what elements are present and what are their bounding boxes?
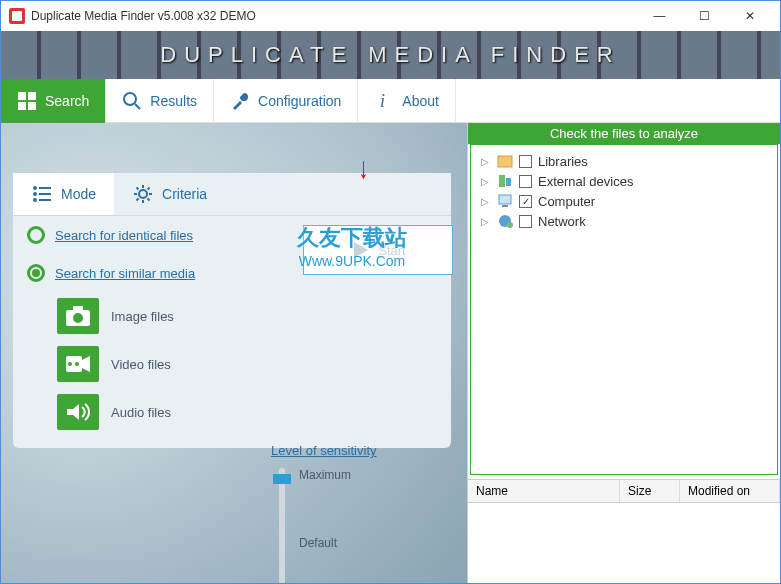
svg-point-6 bbox=[124, 93, 136, 105]
svg-point-22 bbox=[75, 362, 79, 366]
tab-configuration-label: Configuration bbox=[258, 93, 341, 109]
red-arrow-annotation: ↓ bbox=[358, 151, 369, 185]
right-header: Check the files to analyze bbox=[468, 123, 780, 144]
tab-about[interactable]: i About bbox=[358, 79, 456, 123]
tab-about-label: About bbox=[402, 93, 439, 109]
checkbox-network[interactable] bbox=[519, 215, 532, 228]
caret-icon[interactable]: ▷ bbox=[481, 216, 491, 227]
checkbox-external[interactable] bbox=[519, 175, 532, 188]
svg-rect-10 bbox=[39, 187, 51, 189]
svg-point-11 bbox=[33, 192, 37, 196]
tree-label-network: Network bbox=[538, 214, 586, 229]
svg-text:i: i bbox=[380, 91, 385, 111]
svg-rect-4 bbox=[18, 102, 26, 110]
svg-rect-27 bbox=[506, 178, 511, 186]
sensitivity-title: Level of sensitivity bbox=[271, 443, 421, 458]
tree-item-computer[interactable]: ▷ ✓ Computer bbox=[481, 191, 767, 211]
maximize-button[interactable]: ☐ bbox=[682, 2, 727, 30]
location-tree[interactable]: ▷ Libraries ▷ External devices ▷ ✓ Compu… bbox=[470, 144, 778, 475]
titlebar: Duplicate Media Finder v5.008 x32 DEMO —… bbox=[1, 1, 780, 31]
media-video-label: Video files bbox=[111, 357, 171, 372]
media-image-label: Image files bbox=[111, 309, 174, 324]
col-modified[interactable]: Modified on bbox=[680, 480, 780, 502]
svg-rect-1 bbox=[12, 11, 22, 21]
left-pane: Mode Criteria Search for identical files… bbox=[1, 123, 467, 583]
radio-similar[interactable] bbox=[27, 264, 45, 282]
banner: DUPLICATE MEDIA FINDER bbox=[1, 31, 780, 79]
media-audio-row[interactable]: Audio files bbox=[13, 388, 451, 436]
option-identical-label[interactable]: Search for identical files bbox=[55, 228, 193, 243]
subtab-mode-label: Mode bbox=[61, 186, 96, 202]
magnify-icon bbox=[122, 91, 142, 111]
tree-item-libraries[interactable]: ▷ Libraries bbox=[481, 151, 767, 171]
col-size[interactable]: Size bbox=[620, 480, 680, 502]
watermark-url: Www.9UPK.Com bbox=[297, 253, 407, 269]
network-icon bbox=[497, 213, 513, 229]
list-icon bbox=[31, 183, 53, 205]
sens-default-label: Default bbox=[299, 536, 351, 550]
svg-rect-3 bbox=[28, 92, 36, 100]
computer-icon bbox=[497, 193, 513, 209]
sens-max-label: Maximum bbox=[299, 468, 351, 482]
svg-point-13 bbox=[33, 198, 37, 202]
svg-rect-28 bbox=[499, 195, 511, 204]
svg-rect-26 bbox=[499, 175, 505, 187]
checkbox-libraries[interactable] bbox=[519, 155, 532, 168]
banner-text: DUPLICATE MEDIA FINDER bbox=[160, 42, 620, 68]
tab-search-label: Search bbox=[45, 93, 89, 109]
tree-label-libraries: Libraries bbox=[538, 154, 588, 169]
tab-configuration[interactable]: Configuration bbox=[214, 79, 358, 123]
svg-marker-20 bbox=[82, 356, 90, 372]
svg-rect-25 bbox=[498, 156, 512, 167]
watermark: 久友下载站 Www.9UPK.Com bbox=[297, 223, 407, 269]
minimize-button[interactable]: — bbox=[637, 2, 682, 30]
checkbox-computer[interactable]: ✓ bbox=[519, 195, 532, 208]
tree-item-external[interactable]: ▷ External devices bbox=[481, 171, 767, 191]
svg-rect-14 bbox=[39, 199, 51, 201]
svg-point-17 bbox=[73, 313, 83, 323]
app-icon bbox=[9, 8, 25, 24]
subtab-criteria[interactable]: Criteria bbox=[114, 173, 225, 215]
col-name[interactable]: Name bbox=[468, 480, 620, 502]
svg-rect-12 bbox=[39, 193, 51, 195]
subtab-criteria-label: Criteria bbox=[162, 186, 207, 202]
svg-point-15 bbox=[139, 190, 147, 198]
camera-icon bbox=[57, 298, 99, 334]
svg-marker-23 bbox=[67, 404, 79, 420]
caret-icon[interactable]: ▷ bbox=[481, 176, 491, 187]
caret-icon[interactable]: ▷ bbox=[481, 196, 491, 207]
svg-point-9 bbox=[33, 186, 37, 190]
gear-icon bbox=[132, 183, 154, 205]
file-grid-body bbox=[468, 503, 780, 583]
watermark-text: 久友下载站 bbox=[297, 223, 407, 253]
close-button[interactable]: ✕ bbox=[727, 2, 772, 30]
svg-rect-29 bbox=[502, 205, 508, 207]
tree-label-external: External devices bbox=[538, 174, 633, 189]
right-pane: Check the files to analyze ▷ Libraries ▷… bbox=[467, 123, 780, 583]
speaker-icon bbox=[57, 394, 99, 430]
window-title: Duplicate Media Finder v5.008 x32 DEMO bbox=[31, 9, 637, 23]
libraries-icon bbox=[497, 153, 513, 169]
radio-identical[interactable] bbox=[27, 226, 45, 244]
tab-results[interactable]: Results bbox=[106, 79, 214, 123]
svg-point-21 bbox=[68, 362, 72, 366]
search-panel: Mode Criteria Search for identical files… bbox=[13, 173, 451, 448]
video-icon bbox=[57, 346, 99, 382]
svg-rect-18 bbox=[73, 306, 83, 311]
svg-rect-5 bbox=[28, 102, 36, 110]
tree-item-network[interactable]: ▷ Network bbox=[481, 211, 767, 231]
caret-icon[interactable]: ▷ bbox=[481, 156, 491, 167]
slider-thumb[interactable] bbox=[273, 474, 291, 484]
media-audio-label: Audio files bbox=[111, 405, 171, 420]
media-image-row[interactable]: Image files bbox=[13, 292, 451, 340]
svg-line-7 bbox=[135, 104, 140, 109]
tab-results-label: Results bbox=[150, 93, 197, 109]
search-grid-icon bbox=[17, 91, 37, 111]
option-similar-label[interactable]: Search for similar media bbox=[55, 266, 195, 281]
subtab-mode[interactable]: Mode bbox=[13, 173, 114, 215]
info-icon: i bbox=[374, 91, 394, 111]
tab-search[interactable]: Search bbox=[1, 79, 106, 123]
sensitivity-slider[interactable] bbox=[279, 468, 285, 583]
file-grid-header: Name Size Modified on bbox=[468, 479, 780, 503]
media-video-row[interactable]: Video files bbox=[13, 340, 451, 388]
